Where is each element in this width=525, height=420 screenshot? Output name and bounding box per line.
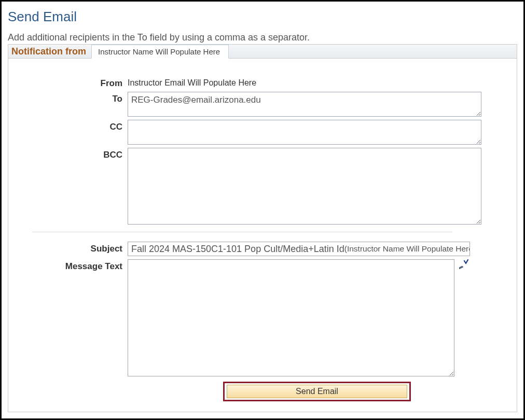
page-title: Send Email bbox=[8, 9, 517, 25]
tab-active-label: Instructor Name Will Populate Here bbox=[98, 47, 220, 56]
tab-bar: Notification from Instructor Name Will P… bbox=[8, 44, 517, 59]
spellcheck-icon[interactable] bbox=[458, 259, 469, 273]
bcc-field[interactable] bbox=[128, 148, 481, 225]
message-label: Message Text bbox=[19, 259, 128, 272]
subject-label: Subject bbox=[19, 242, 128, 254]
cc-field[interactable] bbox=[128, 120, 481, 145]
subject-field[interactable]: Fall 2024 MAS-150C1-101 Pop Cult/Media+L… bbox=[128, 242, 470, 256]
subject-prefix: Fall 2024 MAS-150C1-101 Pop Cult/Media+L… bbox=[131, 244, 344, 255]
instructions-text: Add additional recipients in the To fiel… bbox=[8, 32, 517, 43]
divider bbox=[32, 232, 452, 232]
send-button-highlight: Send Email bbox=[223, 382, 411, 401]
from-value: Instructor Email Will Populate Here bbox=[128, 76, 256, 88]
cc-label: CC bbox=[19, 120, 128, 132]
to-field[interactable] bbox=[128, 92, 481, 117]
bcc-label: BCC bbox=[19, 148, 128, 160]
from-label: From bbox=[19, 76, 128, 89]
subject-paren: (Instructor Name Will Populate Here) bbox=[344, 244, 470, 254]
message-field[interactable] bbox=[128, 259, 454, 376]
send-email-button[interactable]: Send Email bbox=[227, 385, 407, 398]
to-label: To bbox=[19, 92, 128, 104]
email-form: From Instructor Email Will Populate Here… bbox=[8, 59, 517, 412]
tab-active[interactable]: Instructor Name Will Populate Here bbox=[91, 45, 229, 59]
section-label: Notification from bbox=[8, 45, 90, 58]
